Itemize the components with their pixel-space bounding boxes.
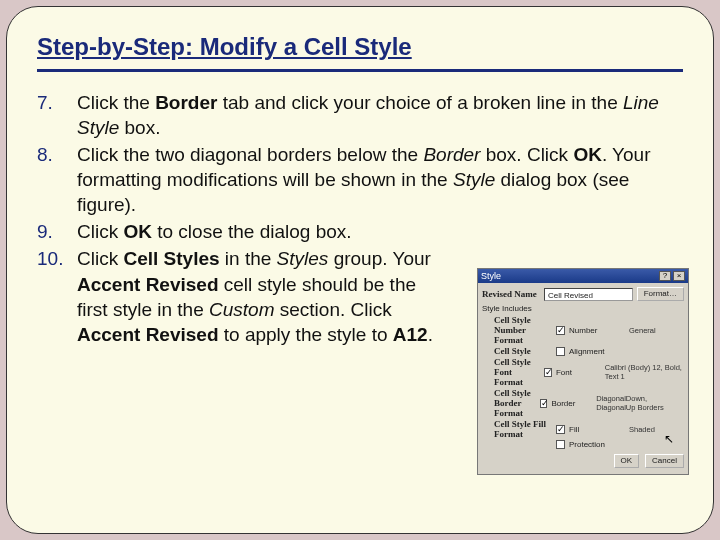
t: box. Click xyxy=(480,144,573,165)
bold: OK xyxy=(123,221,152,242)
t: group. Your xyxy=(328,248,430,269)
checkbox-fill[interactable] xyxy=(556,425,565,434)
format-button[interactable]: Format… xyxy=(637,287,684,301)
style-dialog-figure: Style ? × Revised Name Cell Revised Form… xyxy=(477,268,689,475)
opt-label: Fill xyxy=(569,425,625,434)
slide-frame: Step-by-Step: Modify a Cell Style 7. Cli… xyxy=(6,6,714,534)
style-name-input[interactable]: Cell Revised xyxy=(544,288,633,301)
opt-val: Shaded xyxy=(629,425,655,434)
row-protection: Protection xyxy=(494,440,684,449)
t: in the xyxy=(220,248,277,269)
step-text: Click the two diagonal borders below the… xyxy=(77,142,683,217)
annot: Cell Style xyxy=(494,346,552,356)
italic: Style xyxy=(453,169,495,190)
bold: Border xyxy=(155,92,217,113)
checkbox-alignment[interactable] xyxy=(556,347,565,356)
annot: Cell Style Number Format xyxy=(494,315,552,345)
t: to apply the style to xyxy=(219,324,393,345)
step-number: 7. xyxy=(37,90,77,140)
checkbox-font[interactable] xyxy=(544,368,552,377)
annot: Cell Style Fill Format xyxy=(494,419,552,439)
dialog-titlebar: Style ? × xyxy=(478,269,688,283)
opt-val: Calibri (Body) 12, Bold, Text 1 xyxy=(605,363,684,381)
close-button[interactable]: × xyxy=(673,271,685,281)
t: to close the dialog box. xyxy=(152,221,352,242)
opt-label: Alignment xyxy=(569,347,625,356)
row-number: Cell Style Number Format Number General xyxy=(494,315,684,345)
opt-label: Protection xyxy=(569,440,625,449)
checkbox-protection[interactable] xyxy=(556,440,565,449)
checkbox-number[interactable] xyxy=(556,326,565,335)
slide-title: Step-by-Step: Modify a Cell Style xyxy=(37,33,683,69)
t: box. xyxy=(119,117,160,138)
row-border: Cell Style Border Format Border Diagonal… xyxy=(494,388,684,418)
dialog-button-row: OK Cancel xyxy=(482,454,684,468)
opt-label: Number xyxy=(569,326,625,335)
row-alignment: Cell Style Alignment xyxy=(494,346,684,356)
opt-label: Border xyxy=(551,399,592,408)
help-button[interactable]: ? xyxy=(659,271,671,281)
italic: Styles xyxy=(277,248,329,269)
list-area: 7. Click the Border tab and click your c… xyxy=(37,90,683,347)
t: Click the xyxy=(77,92,155,113)
bold: Cell Styles xyxy=(123,248,219,269)
t: Click xyxy=(77,221,123,242)
step-8: 8. Click the two diagonal borders below … xyxy=(37,142,683,217)
italic: Custom xyxy=(209,299,274,320)
step-7: 7. Click the Border tab and click your c… xyxy=(37,90,683,140)
bold: A12 xyxy=(393,324,428,345)
style-name-label: Revised Name xyxy=(482,289,540,299)
opt-val: General xyxy=(629,326,656,335)
style-includes-label: Style Includes xyxy=(482,304,684,313)
step-text: Click OK to close the dialog box. xyxy=(77,219,457,244)
step-text: Click Cell Styles in the Styles group. Y… xyxy=(77,246,437,346)
cursor-icon: ↖ xyxy=(664,432,674,446)
row-fill: Cell Style Fill Format Fill Shaded xyxy=(494,419,684,439)
t: . xyxy=(428,324,433,345)
dialog-body: Revised Name Cell Revised Format… Style … xyxy=(478,283,688,474)
t: section. Click xyxy=(274,299,391,320)
step-text: Click the Border tab and click your choi… xyxy=(77,90,683,140)
opt-val: DiagonalDown, DiagonalUp Borders xyxy=(596,394,684,412)
bold: Accent Revised xyxy=(77,324,219,345)
t: Click xyxy=(77,248,123,269)
t: tab and click your choice of a broken li… xyxy=(217,92,623,113)
step-number: 10. xyxy=(37,246,77,346)
dialog-title: Style xyxy=(481,271,501,281)
style-name-row: Revised Name Cell Revised Format… xyxy=(482,287,684,301)
bold: Accent Revised xyxy=(77,274,219,295)
step-9: 9. Click OK to close the dialog box. xyxy=(37,219,683,244)
slide-content: Step-by-Step: Modify a Cell Style 7. Cli… xyxy=(37,33,683,513)
annot: Cell Style Border Format xyxy=(494,388,536,418)
cancel-button[interactable]: Cancel xyxy=(645,454,684,468)
italic: Border xyxy=(423,144,480,165)
title-wrap: Step-by-Step: Modify a Cell Style xyxy=(37,33,683,72)
ok-button[interactable]: OK xyxy=(614,454,640,468)
t: Click the two diagonal borders below the xyxy=(77,144,423,165)
checkbox-border[interactable] xyxy=(540,399,547,408)
row-font: Cell Style Font Format Font Calibri (Bod… xyxy=(494,357,684,387)
annot: Cell Style Font Format xyxy=(494,357,540,387)
step-number: 8. xyxy=(37,142,77,217)
step-number: 9. xyxy=(37,219,77,244)
opt-label: Font xyxy=(556,368,601,377)
bold: OK xyxy=(573,144,602,165)
